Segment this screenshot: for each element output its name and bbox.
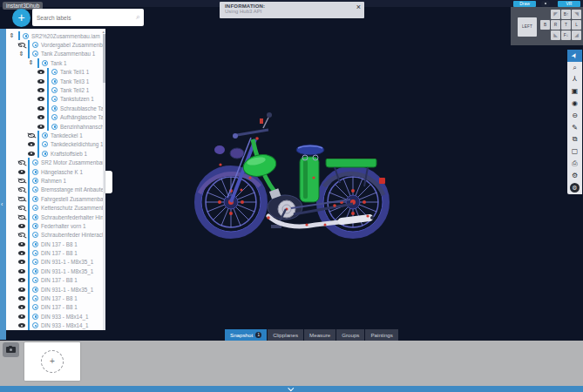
visibility-on-icon[interactable] (28, 142, 35, 146)
visibility-on-icon[interactable] (37, 106, 44, 111)
tree-node[interactable]: SR2 Motor Zusammenbau 1 (6, 158, 103, 166)
search-tool[interactable]: ⌕ (567, 62, 582, 74)
select-radio-icon[interactable] (32, 295, 38, 301)
select-radio-icon[interactable] (32, 232, 38, 238)
clip-plane-tool[interactable]: ⊖ (567, 110, 582, 122)
select-radio-icon[interactable] (42, 141, 48, 147)
current-view-button[interactable]: LEFT (518, 17, 537, 37)
vr-mode-button[interactable]: VR (558, 1, 580, 7)
select-radio-icon[interactable] (32, 178, 38, 184)
select-radio-icon[interactable] (32, 223, 38, 229)
view-cube-cell-◤[interactable]: ◤ (551, 10, 560, 19)
visibility-on-icon[interactable] (37, 97, 44, 101)
tab-groups[interactable]: Groups (336, 329, 364, 341)
tree-node[interactable]: DIN 137 - B8 1 (6, 294, 103, 302)
visibility-off-icon[interactable] (18, 215, 25, 220)
visibility-off-icon[interactable] (18, 206, 25, 210)
view-cube-cell-F↓[interactable]: F↓ (561, 30, 571, 40)
visibility-off-icon[interactable] (18, 197, 25, 201)
select-radio-icon[interactable] (32, 259, 38, 265)
tree-node[interactable]: ⇕Tank 1 (6, 58, 103, 67)
take-snapshot-button[interactable] (3, 342, 19, 357)
select-radio-icon[interactable] (32, 322, 38, 328)
select-radio-icon[interactable] (32, 51, 38, 57)
search-input[interactable] (37, 10, 128, 25)
select-radio-icon[interactable] (32, 42, 38, 48)
tab-paintings[interactable]: Paintings (365, 329, 397, 341)
select-radio-icon[interactable] (32, 250, 38, 256)
add-button[interactable]: + (12, 9, 31, 27)
visibility-off-icon[interactable] (18, 179, 25, 183)
view-cube-cell-T[interactable]: T (561, 20, 571, 30)
view-cube-cell-B↑[interactable]: B↑ (561, 10, 571, 19)
panel-resize-handle[interactable] (105, 171, 112, 193)
panel-collapse-strip[interactable]: ‹ (0, 29, 6, 340)
visibility-on-icon[interactable] (18, 242, 25, 247)
select-radio-icon[interactable] (51, 87, 58, 93)
tree-node[interactable]: Schraubenfeder Hinterachsschwinge 1 (6, 231, 103, 240)
tree-node[interactable]: Kettenschutz Zusammenbau Angepasst 1 (6, 203, 103, 212)
select-radio-icon[interactable] (32, 314, 38, 320)
select-radio-icon[interactable] (32, 304, 38, 310)
select-radio-icon[interactable] (42, 151, 48, 157)
tree-node[interactable]: DIN 933 - M8x14_1 (6, 312, 103, 321)
visibility-off-icon[interactable] (18, 160, 25, 165)
select-radio-icon[interactable] (32, 214, 38, 220)
tree-node[interactable]: DIN 933 - M8x14_1 (6, 321, 103, 330)
tree-node[interactable]: Tank Teil3 1 (6, 77, 103, 85)
view-cube-cell-◣[interactable]: ◣ (551, 30, 560, 40)
select-radio-icon[interactable] (51, 69, 58, 75)
panel-collapse-bar[interactable] (0, 386, 583, 392)
select-radio-icon[interactable] (32, 268, 38, 274)
view-cube-cell-L[interactable]: L (572, 20, 581, 30)
select-radio-icon[interactable] (51, 114, 58, 120)
tree-node[interactable]: Aufhänglasche Tank 1 (6, 113, 103, 122)
select-radio-icon[interactable] (51, 124, 58, 130)
annotation-pen-tool[interactable]: ✎ (567, 122, 582, 134)
select-radio-icon[interactable] (42, 132, 48, 139)
visibility-off-icon[interactable] (18, 43, 25, 47)
tree-node[interactable]: DIN 931-1 - M8x35_1 (6, 258, 103, 267)
tree-node[interactable]: Tank Teil1 1 (6, 68, 103, 77)
tree-node[interactable]: Benzinhahnanschluss Tank 1 (6, 122, 103, 131)
close-icon[interactable]: × (356, 3, 361, 11)
view-cube-cell-B[interactable]: B (540, 20, 550, 30)
focus-point-tool[interactable]: ◉ (567, 98, 582, 110)
scene-structure-tool[interactable]: ⅄ (567, 74, 582, 86)
visibility-on-icon[interactable] (37, 70, 44, 74)
visibility-on-icon[interactable] (18, 251, 25, 255)
tree-node[interactable]: DIN 137 - B8 1 (6, 248, 103, 257)
tree-node[interactable]: Hängelasche K 1 (6, 167, 103, 176)
tree-node[interactable]: Vordergabel Zusammenbau mit Rad 1 (6, 40, 103, 49)
select-radio-icon[interactable] (23, 33, 29, 39)
visibility-on-icon[interactable] (37, 88, 44, 92)
tree-node[interactable]: Tankstutzen 1 (6, 95, 103, 104)
visibility-on-icon[interactable] (18, 278, 25, 282)
tree-node[interactable]: ⇕Tank Zusammenbau 1 (6, 50, 103, 58)
tree-node[interactable]: Federhalter vorn 1 (6, 221, 103, 230)
select-radio-icon[interactable] (32, 277, 38, 283)
tree-node[interactable]: Fahrgestell Zusammenbau Hinterrad 1 (6, 194, 103, 203)
visibility-on-icon[interactable] (18, 170, 25, 174)
tab-snapshot[interactable]: Snapshot1 (225, 329, 267, 341)
tree-node[interactable]: Rahmen 1 (6, 176, 103, 185)
visibility-off-icon[interactable] (18, 187, 25, 192)
tree-node[interactable]: DIN 931-1 - M8x35_1 (6, 285, 103, 294)
visibility-off-icon[interactable] (18, 233, 25, 237)
select-radio-icon[interactable] (51, 78, 58, 84)
settings-tool[interactable]: ⚙ (567, 170, 582, 182)
tree-node[interactable]: ⇕SR2%20Zusammenbau.iam (6, 31, 103, 40)
select-radio-icon[interactable] (32, 186, 38, 193)
compare-layers-tool[interactable]: ⧉ (567, 134, 582, 146)
tree-node[interactable]: DIN 931-1 - M8x35_1 (6, 267, 103, 275)
print-tool[interactable]: ⎙ (567, 158, 582, 170)
tree-node[interactable]: Tankdeckel 1 (6, 131, 103, 139)
visibility-on-icon[interactable] (18, 260, 25, 264)
tree-node[interactable]: Schraubenfederhalter Hinterachsschwinge … (6, 213, 103, 221)
view-cube-cell-R[interactable]: R (551, 20, 560, 30)
view-cube-cell-◥[interactable]: ◥ (572, 10, 581, 19)
visibility-on-icon[interactable] (18, 305, 25, 309)
select-radio-icon[interactable] (32, 241, 38, 247)
select-radio-icon[interactable] (32, 159, 38, 166)
expand-icon[interactable]: ⇕ (17, 50, 25, 58)
